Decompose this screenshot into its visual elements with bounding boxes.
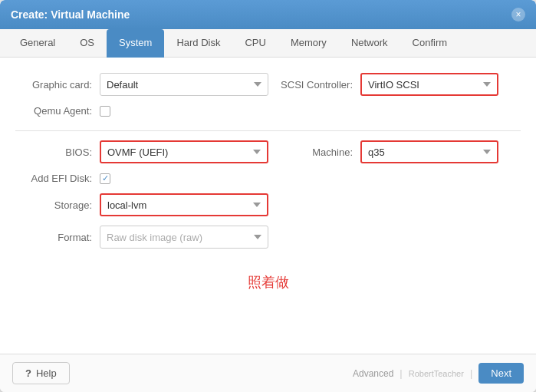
separator-1 bbox=[15, 130, 521, 131]
separator-pipe: | bbox=[400, 367, 402, 379]
tab-confirm[interactable]: Confirm bbox=[400, 29, 460, 58]
format-group: Format: Raw disk image (raw) bbox=[15, 226, 521, 249]
title-bar: Create: Virtual Machine × bbox=[0, 0, 536, 29]
annotation-text: 照着做 bbox=[15, 273, 521, 292]
watermark-label: RobertTeacher bbox=[409, 369, 464, 378]
tab-memory[interactable]: Memory bbox=[278, 29, 339, 58]
add-efi-checkbox[interactable] bbox=[100, 173, 110, 184]
storage-group: Storage: local-lvm bbox=[15, 193, 521, 216]
format-select[interactable]: Raw disk image (raw) bbox=[100, 226, 268, 249]
tab-general[interactable]: General bbox=[8, 29, 67, 58]
separator-pipe-2: | bbox=[470, 367, 472, 379]
graphic-card-select[interactable]: Default bbox=[100, 73, 268, 96]
storage-label: Storage: bbox=[15, 199, 92, 211]
qemu-agent-checkbox[interactable] bbox=[100, 106, 110, 117]
bios-select[interactable]: OVMF (UEFI) bbox=[100, 140, 268, 163]
qemu-agent-group: Qemu Agent: bbox=[15, 105, 521, 117]
qemu-agent-label: Qemu Agent: bbox=[15, 105, 92, 117]
machine-select[interactable]: q35 bbox=[360, 140, 498, 163]
footer: ? Help Advanced | RobertTeacher | Next bbox=[0, 354, 536, 392]
scsi-controller-label: SCSI Controller: bbox=[276, 79, 353, 91]
question-icon: ? bbox=[25, 367, 31, 379]
bios-label: BIOS: bbox=[15, 147, 92, 158]
tab-bar: General OS System Hard Disk CPU Memory N… bbox=[0, 29, 536, 58]
form-content: Graphic card: Default SCSI Controller: V… bbox=[0, 58, 536, 354]
machine-group: Machine: q35 bbox=[276, 140, 521, 163]
graphic-card-group: Graphic card: Default bbox=[15, 73, 268, 96]
scsi-controller-select[interactable]: VirtIO SCSI bbox=[360, 73, 498, 96]
machine-label: Machine: bbox=[276, 147, 353, 158]
help-label: Help bbox=[36, 367, 57, 379]
add-efi-group: Add EFI Disk: bbox=[15, 173, 521, 184]
format-label: Format: bbox=[15, 232, 92, 243]
close-button[interactable]: × bbox=[511, 8, 525, 21]
scsi-controller-group: SCSI Controller: VirtIO SCSI bbox=[276, 73, 521, 96]
tab-cpu[interactable]: CPU bbox=[232, 29, 278, 58]
next-button[interactable]: Next bbox=[478, 363, 524, 384]
row-storage: Storage: local-lvm bbox=[15, 193, 521, 216]
dialog-title: Create: Virtual Machine bbox=[11, 8, 130, 21]
row-format: Format: Raw disk image (raw) bbox=[15, 226, 521, 249]
row-graphic-scsi: Graphic card: Default SCSI Controller: V… bbox=[15, 73, 521, 96]
help-button[interactable]: ? Help bbox=[12, 362, 70, 384]
tab-network[interactable]: Network bbox=[339, 29, 400, 58]
create-vm-dialog: Create: Virtual Machine × General OS Sys… bbox=[0, 0, 536, 392]
tab-os[interactable]: OS bbox=[67, 29, 107, 58]
row-add-efi: Add EFI Disk: bbox=[15, 173, 521, 184]
footer-right-actions: Advanced | RobertTeacher | Next bbox=[353, 363, 524, 384]
storage-select[interactable]: local-lvm bbox=[100, 193, 268, 216]
row-bios-machine: BIOS: OVMF (UEFI) Machine: q35 bbox=[15, 140, 521, 163]
bios-group: BIOS: OVMF (UEFI) bbox=[15, 140, 268, 163]
add-efi-label: Add EFI Disk: bbox=[15, 173, 92, 184]
tab-harddisk[interactable]: Hard Disk bbox=[164, 29, 232, 58]
graphic-card-label: Graphic card: bbox=[15, 79, 92, 91]
tab-system[interactable]: System bbox=[107, 29, 164, 58]
row-qemu-agent: Qemu Agent: bbox=[15, 105, 521, 117]
advanced-label: Advanced bbox=[353, 368, 393, 379]
